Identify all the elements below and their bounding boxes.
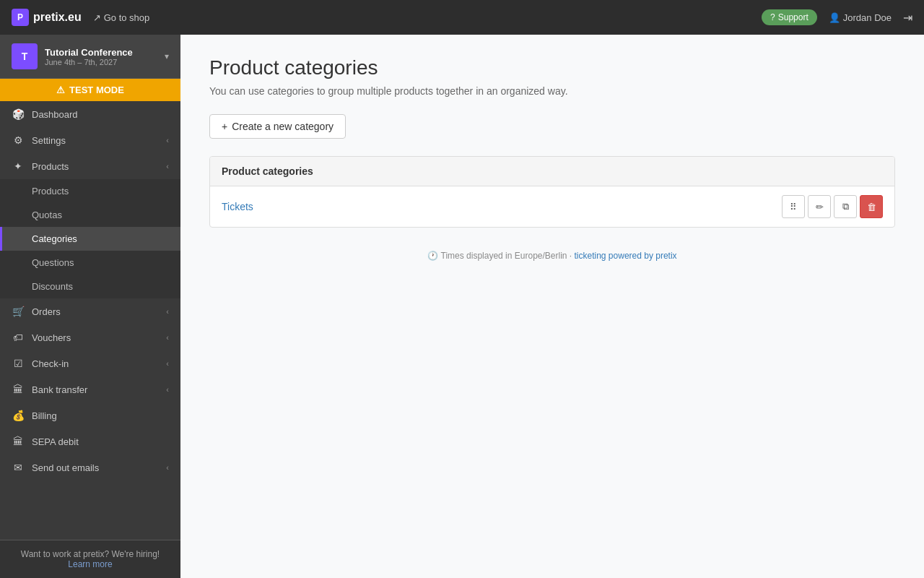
sidebar-label-vouchers: Vouchers — [32, 332, 71, 343]
discounts-label: Discounts — [32, 281, 73, 292]
sidebar-label-billing: Billing — [32, 410, 57, 421]
vouchers-chevron-icon: ‹ — [166, 333, 169, 342]
pretix-link[interactable]: ticketing powered by pretix — [575, 251, 677, 261]
categories-panel: Product categories Tickets ⠿ ✏ ⧉ 🗑 — [209, 156, 895, 228]
page-subtitle: You can use categories to group multiple… — [209, 85, 895, 97]
sidebar-footer: Want to work at pretix? We're hiring! Le… — [0, 540, 180, 578]
sidebar-item-discounts[interactable]: Discounts — [0, 275, 180, 298]
products-sub-label: Products — [32, 186, 69, 197]
brand-name: pretix.eu — [33, 11, 82, 24]
support-button[interactable]: ? Support — [762, 9, 817, 25]
support-label: Support — [778, 12, 808, 22]
sidebar-label-sepa-debit: SEPA debit — [32, 436, 79, 447]
sidebar-label-bank-transfer: Bank transfer — [32, 384, 87, 395]
category-reorder-button[interactable]: ⠿ — [782, 195, 805, 218]
event-date: June 4th – 7th, 2027 — [45, 58, 157, 66]
billing-icon: 💰 — [12, 410, 25, 421]
dashboard-icon: 🎲 — [12, 108, 25, 120]
bank-transfer-icon: 🏛 — [12, 384, 25, 395]
clock-icon: 🕐 — [427, 251, 438, 261]
category-copy-button[interactable]: ⧉ — [834, 195, 857, 218]
checkin-icon: ☑ — [12, 358, 25, 369]
category-delete-button[interactable]: 🗑 — [860, 195, 883, 218]
sidebar-label-settings: Settings — [32, 135, 66, 146]
categories-panel-header: Product categories — [210, 157, 894, 186]
event-chevron-icon: ▾ — [165, 51, 169, 61]
sidebar-item-products[interactable]: ✦ Products ‹ — [0, 153, 180, 179]
send-emails-chevron-icon: ‹ — [166, 463, 169, 472]
goto-shop-link[interactable]: ↗ Go to shop — [93, 12, 150, 23]
user-icon: 👤 — [829, 12, 840, 23]
main-footer: 🕐 Times displayed in Europe/Berlin · tic… — [209, 251, 895, 261]
main-content: Product categories You can use categorie… — [180, 35, 924, 578]
checkin-chevron-icon: ‹ — [166, 359, 169, 368]
sidebar-item-bank-transfer[interactable]: 🏛 Bank transfer ‹ — [0, 376, 180, 402]
sidebar-label-send-emails: Send out emails — [32, 462, 99, 473]
sidebar-item-orders[interactable]: 🛒 Orders ‹ — [0, 298, 180, 324]
orders-icon: 🛒 — [12, 306, 25, 317]
learn-more-link[interactable]: Learn more — [68, 559, 112, 569]
hiring-text: Want to work at pretix? We're hiring! — [21, 549, 160, 559]
timezone-text: Times displayed in Europe/Berlin — [441, 251, 567, 261]
top-navigation: P pretix.eu ↗ Go to shop ? Support 👤 Jor… — [0, 0, 924, 35]
test-mode-banner: ⚠ TEST MODE — [0, 79, 180, 101]
products-submenu: Products Quotas Categories Questions Dis… — [0, 179, 180, 298]
sidebar-label-orders: Orders — [32, 306, 61, 317]
quotas-label: Quotas — [32, 210, 62, 220]
sidebar-nav: 🎲 Dashboard ⚙ Settings ‹ ✦ Products ‹ Pr… — [0, 101, 180, 540]
create-category-label: Create a new category — [232, 121, 334, 132]
orders-chevron-icon: ‹ — [166, 307, 169, 316]
warning-icon: ⚠ — [56, 85, 65, 95]
sidebar-item-questions[interactable]: Questions — [0, 251, 180, 275]
event-selector[interactable]: T Tutorial Conference June 4th – 7th, 20… — [0, 35, 180, 79]
sidebar-item-send-emails[interactable]: ✉ Send out emails ‹ — [0, 454, 180, 480]
sidebar-item-checkin[interactable]: ☑ Check-in ‹ — [0, 350, 180, 376]
vouchers-icon: 🏷 — [12, 332, 25, 343]
sidebar-item-categories[interactable]: Categories — [0, 227, 180, 251]
sidebar-item-products-sub[interactable]: Products — [0, 179, 180, 203]
user-menu[interactable]: 👤 Jordan Doe — [829, 12, 892, 23]
external-link-icon: ↗ — [93, 12, 101, 23]
sidebar-label-checkin: Check-in — [32, 358, 69, 369]
category-edit-button[interactable]: ✏ — [808, 195, 831, 218]
event-name: Tutorial Conference — [45, 47, 157, 58]
categories-label: Categories — [32, 233, 77, 244]
sidebar-item-billing[interactable]: 💰 Billing — [0, 402, 180, 428]
event-info: Tutorial Conference June 4th – 7th, 2027 — [45, 47, 157, 66]
logout-button[interactable]: ⇥ — [903, 11, 912, 25]
sidebar-item-vouchers[interactable]: 🏷 Vouchers ‹ — [0, 324, 180, 350]
sidebar-item-dashboard[interactable]: 🎲 Dashboard — [0, 101, 180, 127]
goto-shop-label: Go to shop — [104, 12, 150, 23]
settings-icon: ⚙ — [12, 134, 25, 146]
user-name: Jordan Doe — [843, 12, 892, 23]
settings-chevron-icon: ‹ — [166, 136, 169, 144]
sidebar: T Tutorial Conference June 4th – 7th, 20… — [0, 35, 180, 578]
category-actions: ⠿ ✏ ⧉ 🗑 — [782, 195, 883, 218]
products-chevron-icon: ‹ — [166, 162, 169, 171]
brand-icon: P — [12, 9, 29, 26]
plus-icon: + — [222, 121, 227, 132]
category-row: Tickets ⠿ ✏ ⧉ 🗑 — [210, 186, 894, 227]
sidebar-label-dashboard: Dashboard — [32, 109, 78, 120]
bank-transfer-chevron-icon: ‹ — [166, 385, 169, 394]
products-icon: ✦ — [12, 160, 25, 172]
sidebar-label-products: Products — [32, 161, 69, 172]
sepa-debit-icon: 🏛 — [12, 436, 25, 447]
sidebar-item-quotas[interactable]: Quotas — [0, 203, 180, 227]
test-mode-label: TEST MODE — [69, 85, 124, 95]
brand-logo[interactable]: P pretix.eu — [12, 9, 82, 26]
page-title: Product categories — [209, 56, 895, 79]
category-name[interactable]: Tickets — [222, 201, 782, 212]
send-emails-icon: ✉ — [12, 462, 25, 473]
sidebar-item-sepa-debit[interactable]: 🏛 SEPA debit — [0, 428, 180, 454]
questions-label: Questions — [32, 257, 74, 268]
question-icon: ? — [770, 12, 775, 22]
create-category-button[interactable]: + Create a new category — [209, 114, 346, 139]
sidebar-item-settings[interactable]: ⚙ Settings ‹ — [0, 127, 180, 153]
page-layout: T Tutorial Conference June 4th – 7th, 20… — [0, 35, 924, 578]
event-avatar: T — [12, 43, 38, 69]
